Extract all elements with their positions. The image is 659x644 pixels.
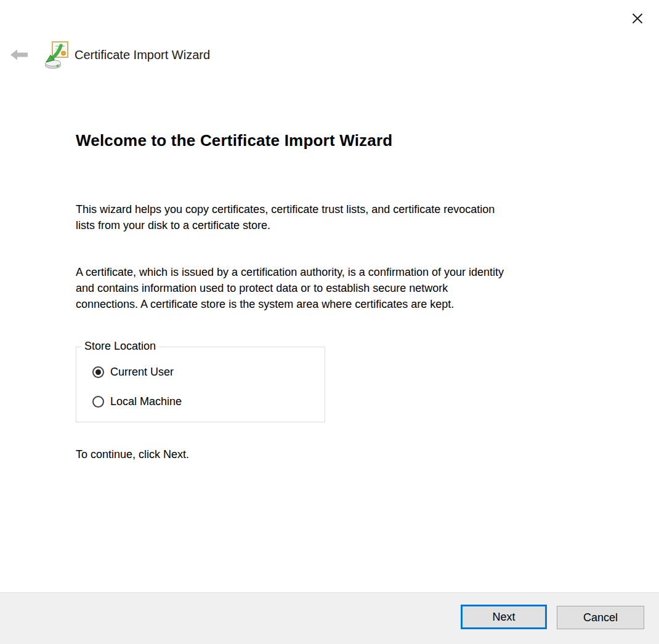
close-icon — [630, 11, 645, 26]
radio-unselected-icon[interactable] — [92, 396, 104, 408]
wizard-header: Certificate Import Wizard — [9, 39, 210, 70]
radio-current-user-label: Current User — [110, 366, 174, 379]
radio-selected-icon[interactable] — [92, 366, 104, 378]
radio-option-current-user[interactable]: Current User — [92, 366, 174, 379]
cancel-button[interactable]: Cancel — [557, 606, 644, 629]
instruction-text: To continue, click Next. — [76, 448, 189, 461]
back-button[interactable] — [9, 47, 30, 63]
store-location-group: Store Location Current User Local Machin… — [76, 347, 325, 422]
radio-local-machine-label: Local Machine — [110, 395, 182, 408]
certificate-import-wizard-window: Certificate Import Wizard Welcome to the… — [0, 0, 659, 644]
store-location-group-label: Store Location — [81, 340, 159, 353]
intro-paragraph: This wizard helps you copy certificates,… — [76, 201, 655, 233]
page-title: Welcome to the Certificate Import Wizard — [76, 131, 392, 150]
certificate-import-icon — [44, 40, 69, 70]
radio-option-local-machine[interactable]: Local Machine — [92, 395, 182, 408]
footer-bar: Next Cancel — [0, 592, 659, 644]
description-paragraph: A certificate, which is issued by a cert… — [76, 264, 655, 312]
close-button[interactable] — [626, 9, 649, 28]
window-title: Certificate Import Wizard — [75, 48, 210, 62]
back-arrow-icon — [9, 47, 30, 63]
next-button[interactable]: Next — [461, 605, 547, 629]
